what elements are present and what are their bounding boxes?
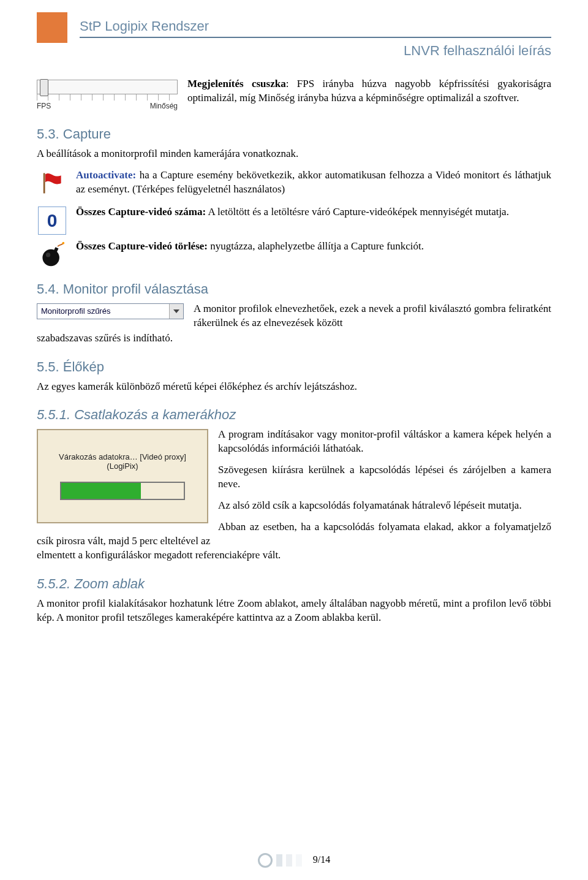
item-autoactivate: Autoactivate: ha a Capture esemény beköv… — [76, 169, 551, 197]
bomb-icon — [37, 241, 67, 268]
chevron-down-icon — [173, 309, 179, 313]
camera-status-line2: (LogiPix) — [107, 461, 138, 471]
item-auto-bold: Autoactivate: — [76, 169, 136, 181]
page-header: StP Logipix Rendszer LNVR felhasználói l… — [37, 0, 551, 59]
intro-bold: Megjelenítés csuszka — [187, 78, 286, 89]
heading-5-5-1: 5.5.1. Csatlakozás a kamerákhoz — [37, 407, 551, 423]
page-footer: 9/14 — [0, 853, 588, 868]
dropdown-toggle-button[interactable] — [169, 304, 183, 319]
sec54-p1: A monitor profilok elnevezhetőek, ezek a… — [194, 303, 551, 328]
slider-thumb[interactable] — [40, 79, 48, 96]
sec54-p2: szabadszavas szűrés is indítható. — [37, 332, 551, 346]
item-delete: Összes Capture-videó törlése: nyugtázza,… — [76, 240, 551, 254]
slider-track[interactable] — [37, 80, 178, 94]
item-count-bold: Összes Capture-videó száma: — [76, 206, 206, 218]
camera-status-panel: Várakozás adatokra… [Videó proxy] (LogiP… — [37, 429, 208, 523]
slider-ruler — [37, 94, 178, 101]
camera-connect-figure: Várakozás adatokra… [Videó proxy] (LogiP… — [37, 429, 208, 523]
heading-5-4: 5.4. Monitor profil választása — [37, 281, 551, 297]
item-delete-bold: Összes Capture-videó törlése: — [76, 240, 208, 252]
fps-quality-slider-figure: FPS Minőség — [37, 80, 178, 110]
red-flag-icon — [37, 170, 67, 197]
svg-point-1 — [46, 252, 50, 257]
monitorprofile-filter-input[interactable] — [37, 304, 169, 319]
header-title: StP Logipix Rendszer — [80, 12, 551, 34]
page-number: 9/14 — [313, 854, 330, 865]
header-subtitle: LNVR felhasználói leírás — [37, 43, 551, 59]
sec53-para: A beállítások a monitorprofil minden kam… — [37, 147, 551, 161]
logo-square — [37, 12, 67, 43]
sec552-para: A monitor profil kialakításakor hozhatun… — [37, 597, 551, 625]
heading-5-5: 5.5. Élőkép — [37, 359, 551, 375]
counter-zero-icon: 0 — [37, 207, 67, 235]
camera-status-line1: Várakozás adatokra… [Videó proxy] — [59, 452, 186, 461]
item-count-text: A letöltött és a letöltésre váró Capture… — [206, 206, 509, 218]
item-delete-text: nyugtázza, alaphelyzetbe állítja a Captu… — [208, 240, 424, 252]
camera-progress-fill — [61, 483, 141, 499]
footer-decoration — [258, 853, 302, 868]
sec551-p4: Abban az esetben, ha a kapcsolódás folya… — [37, 520, 551, 548]
sec551-p5: elmentett a konfiguráláskor megadott ref… — [37, 548, 551, 563]
camera-progress-bar — [60, 482, 185, 500]
heading-5-3: 5.3. Capture — [37, 126, 551, 142]
slider-label-fps: FPS — [37, 102, 51, 110]
monitorprofile-filter-dropdown[interactable] — [37, 303, 184, 319]
header-rule — [80, 37, 551, 38]
item-auto-text: ha a Capture esemény bekövetkezik, akkor… — [76, 169, 551, 195]
item-count: Összes Capture-videó száma: A letöltött … — [76, 205, 551, 219]
slider-label-quality: Minőség — [150, 102, 178, 110]
heading-5-5-2: 5.5.2. Zoom ablak — [37, 576, 551, 592]
svg-point-3 — [62, 242, 65, 245]
sec55-para: Az egyes kamerák különböző méretű képei … — [37, 380, 551, 394]
